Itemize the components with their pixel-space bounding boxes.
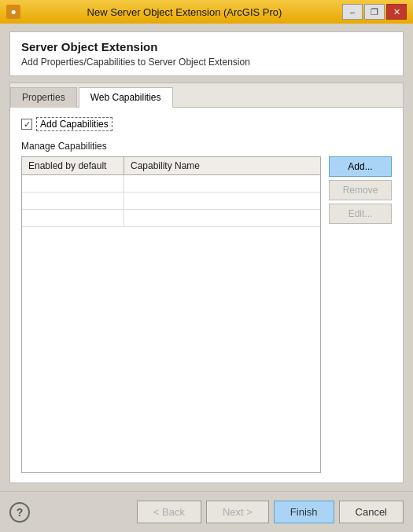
- tab-properties[interactable]: Properties: [10, 87, 77, 108]
- tab-panel: Properties Web Capabilities ✓ Add Capabi…: [9, 83, 404, 483]
- add-button[interactable]: Add...: [329, 156, 392, 177]
- table-row[interactable]: [22, 210, 320, 227]
- table-header: Enabled by default Capability Name: [22, 157, 320, 175]
- table-cell-name-1: [124, 175, 320, 192]
- tab-web-capabilities[interactable]: Web Capabilities: [79, 87, 173, 108]
- capabilities-table: Enabled by default Capability Name: [21, 156, 321, 473]
- table-header-enabled: Enabled by default: [22, 157, 124, 174]
- window-controls: – ❐ ✕: [342, 4, 407, 20]
- table-row[interactable]: [22, 175, 320, 193]
- tab-content-web-capabilities: ✓ Add Capabilities Manage Capabilities E…: [10, 108, 403, 482]
- side-buttons: Add... Remove Edit...: [329, 156, 392, 473]
- nav-buttons: < Back Next > Finish Cancel: [137, 501, 404, 523]
- dialog-title: Server Object Extension: [21, 40, 392, 53]
- window-title: New Server Object Extension (ArcGIS Pro): [27, 6, 342, 18]
- tab-header: Properties Web Capabilities: [10, 83, 403, 108]
- remove-button[interactable]: Remove: [329, 180, 392, 200]
- minimize-button[interactable]: –: [342, 4, 363, 20]
- manage-capabilities-section: Manage Capabilities Enabled by default C…: [21, 141, 392, 473]
- table-cell-enabled-3: [22, 210, 124, 226]
- next-button[interactable]: Next >: [206, 501, 269, 523]
- table-cell-name-3: [124, 210, 320, 226]
- app-icon: ●: [6, 5, 20, 19]
- cancel-button[interactable]: Cancel: [339, 501, 404, 523]
- table-row[interactable]: [22, 193, 320, 210]
- table-body: [22, 175, 320, 227]
- add-capabilities-checkbox[interactable]: ✓: [21, 119, 32, 130]
- bottom-bar: ? < Back Next > Finish Cancel: [0, 491, 413, 532]
- edit-button[interactable]: Edit...: [329, 204, 392, 224]
- checkbox-check-icon: ✓: [24, 120, 31, 129]
- close-button[interactable]: ✕: [386, 4, 407, 20]
- capabilities-row: Enabled by default Capability Name: [21, 156, 392, 473]
- add-capabilities-label: Add Capabilities: [36, 117, 112, 131]
- table-header-name: Capability Name: [124, 157, 320, 174]
- main-content: Server Object Extension Add Properties/C…: [0, 24, 413, 491]
- title-bar: ● New Server Object Extension (ArcGIS Pr…: [0, 0, 413, 24]
- back-button[interactable]: < Back: [137, 501, 201, 523]
- table-cell-name-2: [124, 193, 320, 209]
- add-capabilities-row: ✓ Add Capabilities: [21, 117, 392, 131]
- finish-button[interactable]: Finish: [274, 501, 334, 523]
- restore-button[interactable]: ❐: [364, 4, 385, 20]
- manage-title: Manage Capabilities: [21, 141, 392, 152]
- table-cell-enabled-2: [22, 193, 124, 209]
- table-cell-enabled-1: [22, 175, 124, 192]
- help-button[interactable]: ?: [9, 502, 30, 523]
- dialog-header: Server Object Extension Add Properties/C…: [9, 31, 404, 76]
- dialog-subtitle: Add Properties/Capabilities to Server Ob…: [21, 57, 392, 68]
